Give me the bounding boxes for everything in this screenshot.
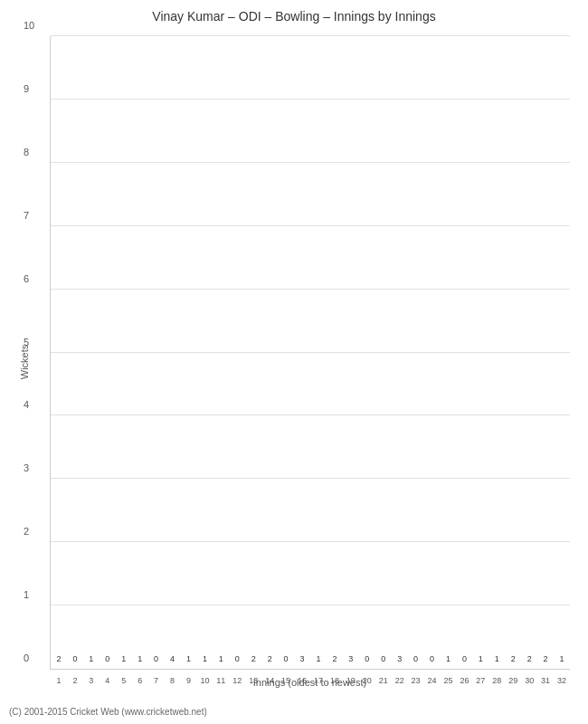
y-axis-label: 4 [24, 399, 29, 410]
bar-value-label: 1 [89, 654, 93, 669]
bar-value-label: 0 [430, 654, 434, 669]
bar-value-label: 2 [544, 654, 548, 669]
grid-line [51, 35, 570, 36]
grid-line [51, 541, 570, 542]
grid-line [51, 605, 570, 605]
bar-value-label: 2 [56, 654, 61, 669]
grid-line [51, 162, 570, 163]
bar-value-label: 1 [219, 654, 223, 669]
y-axis-label: 9 [24, 83, 29, 94]
grid-line [51, 225, 570, 226]
chart-container: Vinay Kumar – ODI – Bowling – Innings by… [0, 0, 588, 724]
chart-area: 0123456789102102130415160748191101110122… [50, 36, 570, 670]
bar-value-label: 2 [527, 654, 532, 669]
bar-value-label: 2 [268, 654, 272, 669]
y-axis-label: 3 [24, 462, 29, 473]
bar-value-label: 3 [397, 654, 402, 669]
y-axis-label: 6 [24, 273, 29, 284]
bar-value-label: 1 [186, 654, 191, 669]
y-axis-label: 7 [24, 210, 29, 221]
bar-value-label: 0 [154, 654, 158, 669]
bar-value-label: 1 [316, 654, 320, 669]
y-axis-label: 8 [24, 147, 29, 157]
bar-value-label: 0 [284, 654, 289, 669]
bar-value-label: 0 [72, 654, 77, 669]
x-axis-title: Innings (oldest to newest) [50, 677, 570, 688]
bar-value-label: 2 [251, 654, 256, 669]
bar-value-label: 0 [381, 654, 385, 669]
bar-value-label: 2 [332, 654, 337, 669]
grid-line [51, 478, 570, 479]
bar-value-label: 1 [446, 654, 450, 669]
grid-line [51, 414, 570, 415]
bar-value-label: 1 [560, 654, 564, 669]
bar-value-label: 3 [348, 654, 353, 669]
bar-value-label: 3 [300, 654, 305, 669]
footer: (C) 2001-2015 Cricket Web (www.cricketwe… [9, 707, 207, 717]
grid-line [51, 352, 570, 353]
grid-line [51, 99, 570, 100]
y-axis-label: 10 [24, 20, 34, 31]
bar-value-label: 0 [413, 654, 418, 669]
y-axis-title: Wickets [19, 345, 30, 380]
bar-value-label: 1 [121, 654, 126, 669]
bar-value-label: 1 [138, 654, 142, 669]
y-axis-label: 2 [24, 526, 29, 537]
bar-value-label: 2 [511, 654, 516, 669]
y-axis-label: 5 [24, 337, 29, 348]
bar-value-label: 4 [170, 654, 175, 669]
bar-value-label: 0 [235, 654, 240, 669]
y-axis-label: 1 [24, 589, 29, 600]
chart-title: Vinay Kumar – ODI – Bowling – Innings by… [0, 0, 588, 28]
bar-value-label: 1 [479, 654, 483, 669]
bar-value-label: 0 [365, 654, 369, 669]
bar-value-label: 1 [203, 654, 207, 669]
bar-value-label: 0 [105, 654, 109, 669]
grid-line [51, 289, 570, 290]
bar-value-label: 0 [462, 654, 467, 669]
y-axis-label: 0 [24, 653, 29, 663]
bar-value-label: 1 [495, 654, 499, 669]
